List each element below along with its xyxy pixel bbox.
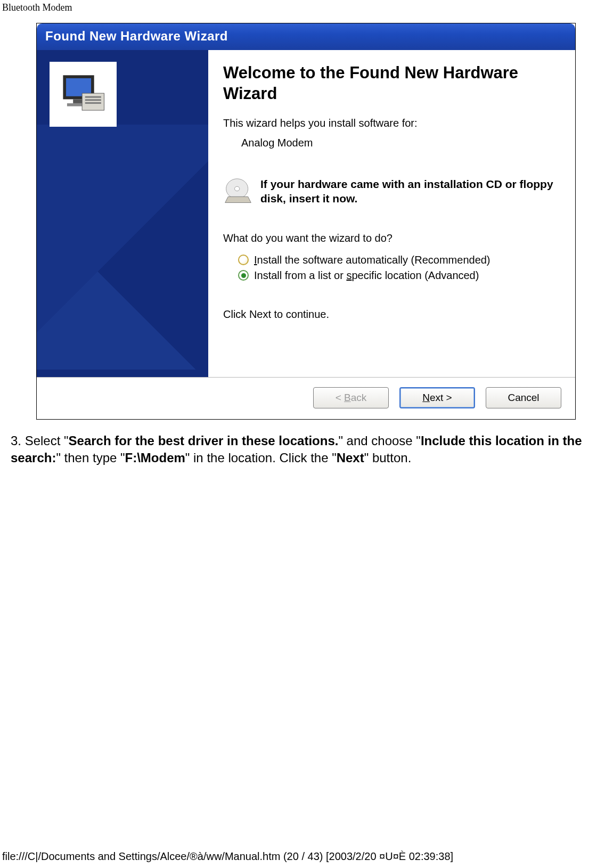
svg-rect-5 <box>85 96 101 98</box>
back-button: < Back <box>313 387 389 408</box>
window-titlebar: Found New Hardware Wizard <box>37 23 575 50</box>
wizard-body: Welcome to the Found New Hardware Wizard… <box>37 50 575 377</box>
cd-instruction-row: If your hardware came with an installati… <box>223 177 561 207</box>
radio-checked-icon <box>238 270 249 281</box>
cd-icon <box>223 177 253 207</box>
radio-option-list[interactable]: Install from a list or specific location… <box>238 269 561 282</box>
radio-group: Install the software automatically (Reco… <box>238 254 561 282</box>
instruction-step-3: 3. Select "Search for the best driver in… <box>11 432 598 467</box>
wizard-button-bar: < Back Next > Cancel <box>37 377 575 419</box>
wizard-content: Welcome to the Found New Hardware Wizard… <box>208 50 575 377</box>
svg-rect-4 <box>82 93 104 110</box>
svg-rect-7 <box>85 102 101 104</box>
svg-rect-6 <box>85 99 101 101</box>
svg-point-9 <box>234 186 239 191</box>
wizard-side-panel <box>37 50 208 377</box>
wizard-helps-text: This wizard helps you install software f… <box>223 117 561 129</box>
continue-text: Click Next to continue. <box>223 308 561 321</box>
cancel-button[interactable]: Cancel <box>486 387 561 408</box>
page-title: Bluetooth Modem <box>0 0 605 13</box>
radio-option-automatic[interactable]: Install the software automatically (Reco… <box>238 254 561 266</box>
next-button[interactable]: Next > <box>399 387 475 408</box>
radio-label: Install from a list or specific location… <box>254 269 479 282</box>
cd-instruction-text: If your hardware came with an installati… <box>260 177 561 206</box>
wizard-welcome-heading: Welcome to the Found New Hardware Wizard <box>223 63 561 104</box>
radio-unchecked-icon <box>238 255 249 265</box>
hardware-icon <box>50 62 117 127</box>
wizard-window: Found New Hardware Wizard Welcome to the… <box>36 23 576 420</box>
radio-label: Install the software automatically (Reco… <box>254 254 490 266</box>
wizard-question: What do you want the wizard to do? <box>223 232 561 244</box>
wizard-device-name: Analog Modem <box>241 137 561 149</box>
